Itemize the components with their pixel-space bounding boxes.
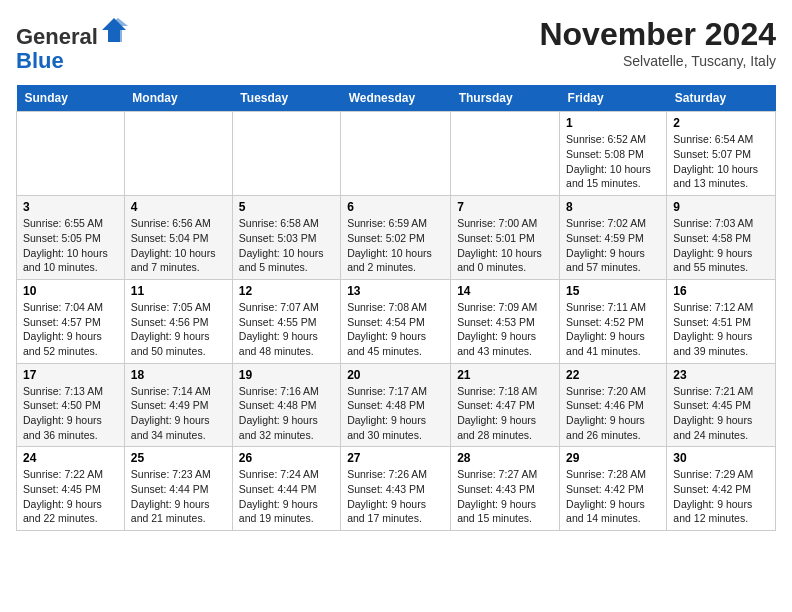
calendar-cell	[232, 112, 340, 196]
week-row-3: 10Sunrise: 7:04 AM Sunset: 4:57 PM Dayli…	[17, 279, 776, 363]
day-number: 14	[457, 284, 553, 298]
day-info: Sunrise: 7:12 AM Sunset: 4:51 PM Dayligh…	[673, 300, 769, 359]
day-info: Sunrise: 7:24 AM Sunset: 4:44 PM Dayligh…	[239, 467, 334, 526]
day-info: Sunrise: 7:02 AM Sunset: 4:59 PM Dayligh…	[566, 216, 660, 275]
header-cell-wednesday: Wednesday	[341, 85, 451, 112]
header-cell-friday: Friday	[560, 85, 667, 112]
calendar-cell: 7Sunrise: 7:00 AM Sunset: 5:01 PM Daylig…	[451, 196, 560, 280]
day-number: 30	[673, 451, 769, 465]
day-info: Sunrise: 7:22 AM Sunset: 4:45 PM Dayligh…	[23, 467, 118, 526]
calendar-cell: 29Sunrise: 7:28 AM Sunset: 4:42 PM Dayli…	[560, 447, 667, 531]
header-row: SundayMondayTuesdayWednesdayThursdayFrid…	[17, 85, 776, 112]
calendar-cell: 21Sunrise: 7:18 AM Sunset: 4:47 PM Dayli…	[451, 363, 560, 447]
day-info: Sunrise: 7:20 AM Sunset: 4:46 PM Dayligh…	[566, 384, 660, 443]
day-number: 21	[457, 368, 553, 382]
calendar-cell: 16Sunrise: 7:12 AM Sunset: 4:51 PM Dayli…	[667, 279, 776, 363]
calendar-cell: 12Sunrise: 7:07 AM Sunset: 4:55 PM Dayli…	[232, 279, 340, 363]
day-number: 26	[239, 451, 334, 465]
calendar-header: SundayMondayTuesdayWednesdayThursdayFrid…	[17, 85, 776, 112]
day-number: 2	[673, 116, 769, 130]
calendar-cell: 15Sunrise: 7:11 AM Sunset: 4:52 PM Dayli…	[560, 279, 667, 363]
day-info: Sunrise: 7:00 AM Sunset: 5:01 PM Dayligh…	[457, 216, 553, 275]
day-info: Sunrise: 7:18 AM Sunset: 4:47 PM Dayligh…	[457, 384, 553, 443]
day-number: 20	[347, 368, 444, 382]
week-row-4: 17Sunrise: 7:13 AM Sunset: 4:50 PM Dayli…	[17, 363, 776, 447]
calendar-cell	[341, 112, 451, 196]
day-info: Sunrise: 7:07 AM Sunset: 4:55 PM Dayligh…	[239, 300, 334, 359]
day-number: 3	[23, 200, 118, 214]
day-number: 8	[566, 200, 660, 214]
calendar-cell	[17, 112, 125, 196]
header-cell-thursday: Thursday	[451, 85, 560, 112]
header-cell-monday: Monday	[124, 85, 232, 112]
day-info: Sunrise: 7:23 AM Sunset: 4:44 PM Dayligh…	[131, 467, 226, 526]
day-number: 11	[131, 284, 226, 298]
logo-blue: Blue	[16, 48, 64, 73]
day-info: Sunrise: 7:11 AM Sunset: 4:52 PM Dayligh…	[566, 300, 660, 359]
day-info: Sunrise: 7:29 AM Sunset: 4:42 PM Dayligh…	[673, 467, 769, 526]
day-number: 1	[566, 116, 660, 130]
week-row-2: 3Sunrise: 6:55 AM Sunset: 5:05 PM Daylig…	[17, 196, 776, 280]
day-info: Sunrise: 7:26 AM Sunset: 4:43 PM Dayligh…	[347, 467, 444, 526]
calendar-cell: 13Sunrise: 7:08 AM Sunset: 4:54 PM Dayli…	[341, 279, 451, 363]
day-number: 19	[239, 368, 334, 382]
day-number: 9	[673, 200, 769, 214]
calendar-cell: 9Sunrise: 7:03 AM Sunset: 4:58 PM Daylig…	[667, 196, 776, 280]
day-number: 12	[239, 284, 334, 298]
day-number: 29	[566, 451, 660, 465]
day-number: 28	[457, 451, 553, 465]
calendar-cell: 4Sunrise: 6:56 AM Sunset: 5:04 PM Daylig…	[124, 196, 232, 280]
logo-icon	[100, 16, 128, 44]
day-info: Sunrise: 7:04 AM Sunset: 4:57 PM Dayligh…	[23, 300, 118, 359]
day-number: 23	[673, 368, 769, 382]
calendar-cell: 19Sunrise: 7:16 AM Sunset: 4:48 PM Dayli…	[232, 363, 340, 447]
day-info: Sunrise: 7:09 AM Sunset: 4:53 PM Dayligh…	[457, 300, 553, 359]
calendar-cell	[451, 112, 560, 196]
day-number: 27	[347, 451, 444, 465]
calendar-body: 1Sunrise: 6:52 AM Sunset: 5:08 PM Daylig…	[17, 112, 776, 531]
day-info: Sunrise: 7:17 AM Sunset: 4:48 PM Dayligh…	[347, 384, 444, 443]
calendar-cell: 23Sunrise: 7:21 AM Sunset: 4:45 PM Dayli…	[667, 363, 776, 447]
day-number: 4	[131, 200, 226, 214]
day-number: 17	[23, 368, 118, 382]
logo: General Blue	[16, 16, 128, 73]
day-number: 6	[347, 200, 444, 214]
header-cell-tuesday: Tuesday	[232, 85, 340, 112]
calendar-cell: 10Sunrise: 7:04 AM Sunset: 4:57 PM Dayli…	[17, 279, 125, 363]
day-info: Sunrise: 6:54 AM Sunset: 5:07 PM Dayligh…	[673, 132, 769, 191]
day-number: 18	[131, 368, 226, 382]
calendar-cell: 1Sunrise: 6:52 AM Sunset: 5:08 PM Daylig…	[560, 112, 667, 196]
day-info: Sunrise: 6:59 AM Sunset: 5:02 PM Dayligh…	[347, 216, 444, 275]
calendar-table: SundayMondayTuesdayWednesdayThursdayFrid…	[16, 85, 776, 531]
logo-general: General	[16, 24, 98, 49]
day-number: 10	[23, 284, 118, 298]
calendar-cell: 6Sunrise: 6:59 AM Sunset: 5:02 PM Daylig…	[341, 196, 451, 280]
day-info: Sunrise: 7:28 AM Sunset: 4:42 PM Dayligh…	[566, 467, 660, 526]
header-cell-saturday: Saturday	[667, 85, 776, 112]
day-number: 22	[566, 368, 660, 382]
title-block: November 2024 Selvatelle, Tuscany, Italy	[539, 16, 776, 69]
day-info: Sunrise: 6:56 AM Sunset: 5:04 PM Dayligh…	[131, 216, 226, 275]
calendar-cell: 22Sunrise: 7:20 AM Sunset: 4:46 PM Dayli…	[560, 363, 667, 447]
day-info: Sunrise: 7:05 AM Sunset: 4:56 PM Dayligh…	[131, 300, 226, 359]
calendar-cell: 25Sunrise: 7:23 AM Sunset: 4:44 PM Dayli…	[124, 447, 232, 531]
logo-text: General Blue	[16, 16, 128, 73]
day-info: Sunrise: 6:58 AM Sunset: 5:03 PM Dayligh…	[239, 216, 334, 275]
location: Selvatelle, Tuscany, Italy	[539, 53, 776, 69]
day-number: 25	[131, 451, 226, 465]
day-number: 16	[673, 284, 769, 298]
calendar-cell: 18Sunrise: 7:14 AM Sunset: 4:49 PM Dayli…	[124, 363, 232, 447]
day-number: 13	[347, 284, 444, 298]
calendar-cell	[124, 112, 232, 196]
day-number: 24	[23, 451, 118, 465]
calendar-cell: 28Sunrise: 7:27 AM Sunset: 4:43 PM Dayli…	[451, 447, 560, 531]
day-info: Sunrise: 7:16 AM Sunset: 4:48 PM Dayligh…	[239, 384, 334, 443]
calendar-cell: 27Sunrise: 7:26 AM Sunset: 4:43 PM Dayli…	[341, 447, 451, 531]
day-info: Sunrise: 7:14 AM Sunset: 4:49 PM Dayligh…	[131, 384, 226, 443]
day-number: 15	[566, 284, 660, 298]
page-header: General Blue November 2024 Selvatelle, T…	[16, 16, 776, 73]
calendar-cell: 2Sunrise: 6:54 AM Sunset: 5:07 PM Daylig…	[667, 112, 776, 196]
calendar-cell: 8Sunrise: 7:02 AM Sunset: 4:59 PM Daylig…	[560, 196, 667, 280]
day-info: Sunrise: 7:08 AM Sunset: 4:54 PM Dayligh…	[347, 300, 444, 359]
calendar-cell: 3Sunrise: 6:55 AM Sunset: 5:05 PM Daylig…	[17, 196, 125, 280]
